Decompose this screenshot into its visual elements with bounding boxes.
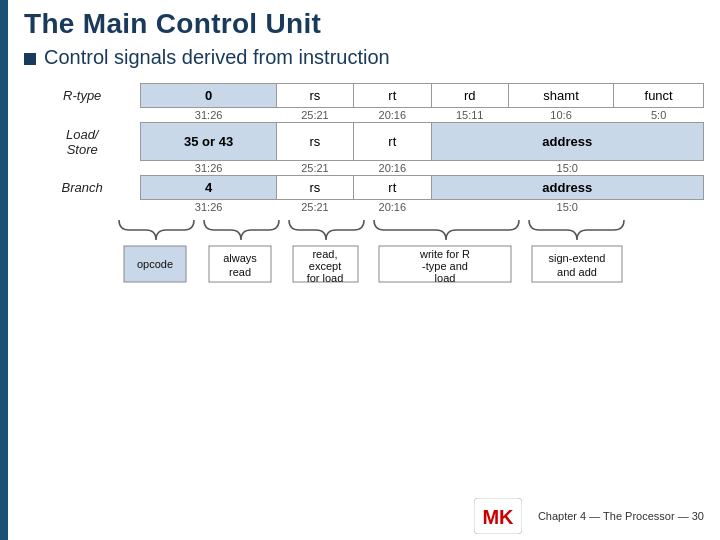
annotation-area: opcode always read read, except for load… xyxy=(24,218,704,288)
svg-text:MK: MK xyxy=(482,506,514,528)
rtype-bit-row: 31:26 25:21 20:16 15:11 10:6 5:0 xyxy=(24,108,704,123)
rtype-cell-2: rt xyxy=(354,84,431,108)
rtype-bit-0: 31:26 xyxy=(141,108,276,123)
signextend-label1: sign-extend xyxy=(549,252,606,264)
writer-label2: -type and xyxy=(422,260,468,272)
branch-cell-1: 4 xyxy=(141,176,276,200)
branch-header-row: Branch 4 rs rt address xyxy=(24,176,704,200)
readexcept-label3: for load xyxy=(307,272,344,284)
rtype-bit-3: 15:11 xyxy=(431,108,508,123)
bullet-icon xyxy=(24,53,36,65)
branch-address-cell: address xyxy=(431,176,704,200)
annotation-svg: opcode always read read, except for load… xyxy=(114,218,704,288)
loadstore-bit-1: 25:21 xyxy=(276,161,353,176)
branch-cell-2: rs xyxy=(276,176,353,200)
rtype-label: R-type xyxy=(24,84,141,108)
footer: MK Chapter 4 — The Processor — 30 xyxy=(474,498,704,534)
subtitle: Control signals derived from instruction xyxy=(44,46,390,69)
chapter-label: Chapter 4 — The Processor — 30 xyxy=(538,510,704,522)
page-title: The Main Control Unit xyxy=(24,8,704,40)
branch-bit-3: 15:0 xyxy=(431,200,704,215)
loadstore-cell-1: 35 or 43 xyxy=(141,123,276,161)
writer-brace xyxy=(374,220,519,240)
branch-bit-label xyxy=(24,200,141,215)
rtype-bit-5: 5:0 xyxy=(614,108,704,123)
blue-accent-bar xyxy=(0,0,8,540)
branch-bit-0: 31:26 xyxy=(141,200,276,215)
branch-bit-1: 25:21 xyxy=(276,200,353,215)
main-container: The Main Control Unit Control signals de… xyxy=(14,0,720,540)
rtype-cell-5: funct xyxy=(614,84,704,108)
loadstore-bit-3: 15:0 xyxy=(431,161,704,176)
branch-bit-2: 20:16 xyxy=(354,200,431,215)
readexcept-brace xyxy=(289,220,364,240)
loadstore-header-row: Load/Store 35 or 43 rs rt address xyxy=(24,123,704,161)
alwaysread-label2: read xyxy=(229,266,251,278)
alwaysread-brace xyxy=(204,220,279,240)
branch-cell-3: rt xyxy=(354,176,431,200)
writer-label1: write for R xyxy=(419,248,470,260)
rtype-cell-1: rs xyxy=(276,84,353,108)
loadstore-bit-2: 20:16 xyxy=(354,161,431,176)
writer-label3: load xyxy=(435,272,456,284)
opcode-brace xyxy=(119,220,194,240)
readexcept-label2: except xyxy=(309,260,341,272)
readexcept-label1: read, xyxy=(312,248,337,260)
rtype-bit-2: 20:16 xyxy=(354,108,431,123)
loadstore-address-cell: address xyxy=(431,123,704,161)
rtype-cell-3: rd xyxy=(431,84,508,108)
loadstore-cell-2: rs xyxy=(276,123,353,161)
loadstore-bit-label xyxy=(24,161,141,176)
mk-logo: MK xyxy=(474,498,522,534)
subtitle-row: Control signals derived from instruction xyxy=(24,46,704,69)
branch-bit-row: 31:26 25:21 20:16 15:0 xyxy=(24,200,704,215)
branch-label: Branch xyxy=(24,176,141,200)
instruction-table: R-type 0 rs rt rd shamt funct 31:26 25:2… xyxy=(24,83,704,214)
loadstore-bit-row: 31:26 25:21 20:16 15:0 xyxy=(24,161,704,176)
rtype-bit-1: 25:21 xyxy=(276,108,353,123)
alwaysread-label1: always xyxy=(223,252,257,264)
loadstore-cell-3: rt xyxy=(354,123,431,161)
loadstore-label: Load/Store xyxy=(24,123,141,161)
rtype-bit-label xyxy=(24,108,141,123)
rtype-cell-0: 0 xyxy=(141,84,276,108)
signextend-label2: and add xyxy=(557,266,597,278)
rtype-header-row: R-type 0 rs rt rd shamt funct xyxy=(24,84,704,108)
loadstore-bit-0: 31:26 xyxy=(141,161,276,176)
rtype-bit-4: 10:6 xyxy=(508,108,613,123)
signextend-brace xyxy=(529,220,624,240)
rtype-cell-4: shamt xyxy=(508,84,613,108)
opcode-label: opcode xyxy=(137,258,173,270)
